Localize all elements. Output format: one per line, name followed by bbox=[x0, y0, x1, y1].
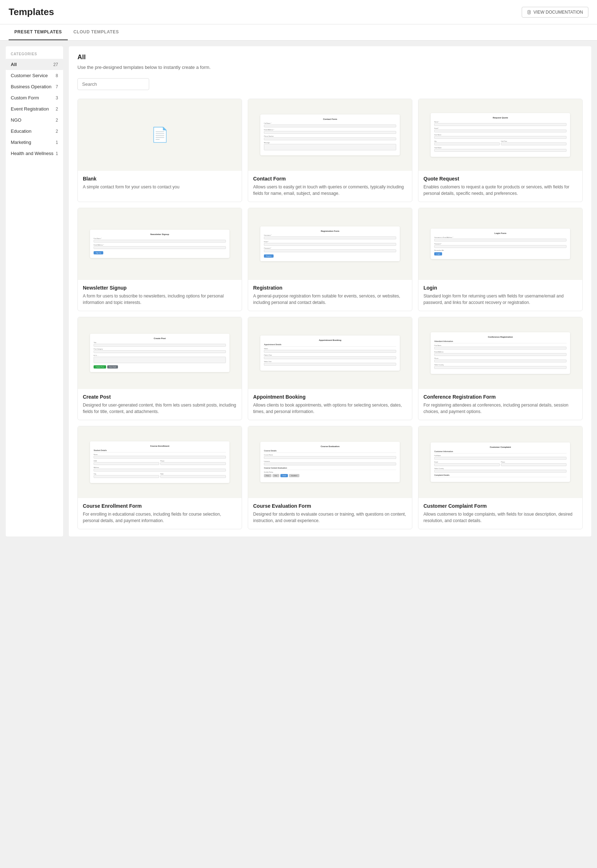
template-desc-login: Standard login form for returning users … bbox=[423, 293, 577, 306]
sidebar-item-ngo[interactable]: NGO 2 bbox=[6, 115, 63, 126]
template-info-newsletter-signup: Newsletter Signup A form for users to su… bbox=[78, 280, 242, 311]
template-name-course-enrollment: Course Enrollment Form bbox=[83, 503, 237, 509]
template-card-course-evaluation[interactable]: Course Evaluation Course Details Course … bbox=[248, 426, 412, 529]
sidebar-count-health-wellness: 1 bbox=[56, 151, 58, 156]
template-name-login: Login bbox=[423, 285, 577, 291]
template-card-course-enrollment[interactable]: Course Enrollment Student Details Name D… bbox=[77, 426, 242, 529]
template-preview-create-post: Create Post Title Post Category B I U ..… bbox=[78, 317, 242, 389]
template-desc-quote-request: Enables customers to request a quote for… bbox=[423, 184, 577, 197]
preview-quote: Request Quote Name * Email * Item Name Q… bbox=[431, 113, 570, 157]
template-desc-course-evaluation: Designed for students to evaluate course… bbox=[253, 511, 407, 524]
template-name-blank: Blank bbox=[83, 176, 237, 182]
template-card-conference-registration[interactable]: Conference Registration Attendant Inform… bbox=[418, 317, 583, 420]
sidebar-item-all[interactable]: All 27 bbox=[6, 59, 63, 70]
preview-customer-complaint: Customer Complaint Customer Information … bbox=[431, 442, 570, 482]
template-card-registration[interactable]: Registration Form Username * Email * Pas… bbox=[248, 208, 412, 311]
view-documentation-button[interactable]: VIEW DOCUMENTATION bbox=[522, 7, 588, 18]
template-card-blank[interactable]: 📄 Blank A simple contact form for your u… bbox=[77, 99, 242, 202]
categories-label: CATEGORIES bbox=[6, 52, 63, 59]
sidebar-items-container: All 27 Customer Service 8 Business Opera… bbox=[6, 59, 63, 159]
content-description: Use the pre-designed templates below to … bbox=[77, 64, 583, 71]
sidebar-count-customer-service: 8 bbox=[56, 73, 58, 78]
sidebar-item-customer-service[interactable]: Customer Service 8 bbox=[6, 70, 63, 81]
template-info-contact-form: Contact Form Allows users to easily get … bbox=[248, 171, 412, 202]
sidebar: CATEGORIES All 27 Customer Service 8 Bus… bbox=[6, 46, 63, 536]
template-desc-newsletter-signup: A form for users to subscribe to newslet… bbox=[83, 293, 237, 306]
sidebar-item-education[interactable]: Education 2 bbox=[6, 126, 63, 137]
template-card-quote-request[interactable]: Request Quote Name * Email * Item Name Q… bbox=[418, 99, 583, 202]
template-card-login[interactable]: Login Form Username or Email Address * P… bbox=[418, 208, 583, 311]
template-desc-appointment-booking: Allows clients to book appointments, wit… bbox=[253, 402, 407, 415]
sidebar-label-all: All bbox=[11, 62, 17, 67]
sidebar-item-event-registration[interactable]: Event Registration 2 bbox=[6, 103, 63, 115]
template-info-blank: Blank A simple contact form for your use… bbox=[78, 171, 242, 195]
tab-preset-templates[interactable]: PRESET TEMPLATES bbox=[9, 24, 68, 40]
page-wrapper: Templates VIEW DOCUMENTATION PRESET TEMP… bbox=[0, 0, 597, 868]
sidebar-label-education: Education bbox=[11, 128, 31, 134]
template-preview-conference-registration: Conference Registration Attendant Inform… bbox=[419, 317, 582, 389]
template-desc-conference-registration: For registering attendees at conferences… bbox=[423, 402, 577, 415]
template-name-course-evaluation: Course Evaluation Form bbox=[253, 503, 407, 509]
template-info-quote-request: Quote Request Enables customers to reque… bbox=[419, 171, 582, 202]
template-preview-customer-complaint: Customer Complaint Customer Information … bbox=[419, 426, 582, 498]
sidebar-count-education: 2 bbox=[56, 129, 58, 134]
page-title: Templates bbox=[9, 6, 54, 18]
main-layout: CATEGORIES All 27 Customer Service 8 Bus… bbox=[0, 40, 597, 542]
sidebar-count-custom-form: 3 bbox=[56, 95, 58, 100]
search-container bbox=[77, 78, 583, 90]
template-preview-course-enrollment: Course Enrollment Student Details Name D… bbox=[78, 426, 242, 498]
sidebar-label-custom-form: Custom Form bbox=[11, 95, 39, 100]
template-desc-blank: A simple contact form for your users to … bbox=[83, 184, 237, 190]
template-preview-appointment-booking: Appointment Booking Appointment Details … bbox=[248, 317, 412, 389]
template-preview-login: Login Form Username or Email Address * P… bbox=[419, 208, 582, 280]
template-card-contact-form[interactable]: Contact Form Full Name * Email Address *… bbox=[248, 99, 412, 202]
sidebar-item-custom-form[interactable]: Custom Form 3 bbox=[6, 92, 63, 103]
template-name-create-post: Create Post bbox=[83, 394, 237, 400]
sidebar-count-marketing: 1 bbox=[56, 140, 58, 145]
tab-cloud-templates[interactable]: CLOUD TEMPLATES bbox=[68, 24, 125, 40]
page-header: Templates VIEW DOCUMENTATION bbox=[0, 0, 597, 24]
template-card-appointment-booking[interactable]: Appointment Booking Appointment Details … bbox=[248, 317, 412, 420]
template-info-login: Login Standard login form for returning … bbox=[419, 280, 582, 311]
sidebar-item-marketing[interactable]: Marketing 1 bbox=[6, 137, 63, 148]
template-desc-registration: A general-purpose registration form suit… bbox=[253, 293, 407, 306]
template-desc-customer-complaint: Allows customers to lodge complaints, wi… bbox=[423, 511, 577, 524]
sidebar-label-marketing: Marketing bbox=[11, 140, 31, 145]
preview-course-evaluation: Course Evaluation Course Details Course … bbox=[260, 442, 399, 482]
template-card-newsletter-signup[interactable]: Newsletter Signup First Name * Email Add… bbox=[77, 208, 242, 311]
template-preview-registration: Registration Form Username * Email * Pas… bbox=[248, 208, 412, 280]
template-info-create-post: Create Post Designed for user-generated … bbox=[78, 389, 242, 420]
content-area: All Use the pre-designed templates below… bbox=[69, 46, 591, 536]
template-info-appointment-booking: Appointment Booking Allows clients to bo… bbox=[248, 389, 412, 420]
preview-conference: Conference Registration Attendant Inform… bbox=[431, 332, 570, 374]
view-doc-label: VIEW DOCUMENTATION bbox=[533, 10, 583, 15]
sidebar-item-business-operation[interactable]: Business Operation 7 bbox=[6, 81, 63, 92]
template-desc-create-post: Designed for user-generated content, thi… bbox=[83, 402, 237, 415]
template-info-course-evaluation: Course Evaluation Form Designed for stud… bbox=[248, 498, 412, 529]
preview-course-enrollment: Course Enrollment Student Details Name D… bbox=[90, 441, 229, 483]
file-icon: 📄 bbox=[151, 126, 169, 143]
sidebar-item-health-wellness[interactable]: Health and Wellness 1 bbox=[6, 148, 63, 159]
sidebar-count-ngo: 2 bbox=[56, 118, 58, 123]
templates-grid: 📄 Blank A simple contact form for your u… bbox=[77, 99, 583, 529]
template-desc-contact-form: Allows users to easily get in touch with… bbox=[253, 184, 407, 197]
sidebar-label-ngo: NGO bbox=[11, 117, 22, 123]
preview-blank: 📄 bbox=[90, 123, 229, 147]
template-preview-newsletter-signup: Newsletter Signup First Name * Email Add… bbox=[78, 208, 242, 280]
template-card-create-post[interactable]: Create Post Title Post Category B I U ..… bbox=[77, 317, 242, 420]
sidebar-count-all: 27 bbox=[53, 62, 58, 67]
template-info-customer-complaint: Customer Complaint Form Allows customers… bbox=[419, 498, 582, 529]
sidebar-count-business-operation: 7 bbox=[56, 84, 58, 89]
template-info-course-enrollment: Course Enrollment Form For enrolling in … bbox=[78, 498, 242, 529]
search-input[interactable] bbox=[77, 78, 149, 90]
preview-registration: Registration Form Username * Email * Pas… bbox=[260, 226, 399, 261]
template-info-registration: Registration A general-purpose registrat… bbox=[248, 280, 412, 311]
sidebar-label-event-registration: Event Registration bbox=[11, 106, 49, 112]
template-name-conference-registration: Conference Registration Form bbox=[423, 394, 577, 400]
template-card-customer-complaint[interactable]: Customer Complaint Customer Information … bbox=[418, 426, 583, 529]
template-name-contact-form: Contact Form bbox=[253, 176, 407, 182]
template-preview-course-evaluation: Course Evaluation Course Details Course … bbox=[248, 426, 412, 498]
content-title: All bbox=[77, 54, 583, 61]
template-name-customer-complaint: Customer Complaint Form bbox=[423, 503, 577, 509]
preview-login: Login Form Username or Email Address * P… bbox=[431, 229, 570, 259]
